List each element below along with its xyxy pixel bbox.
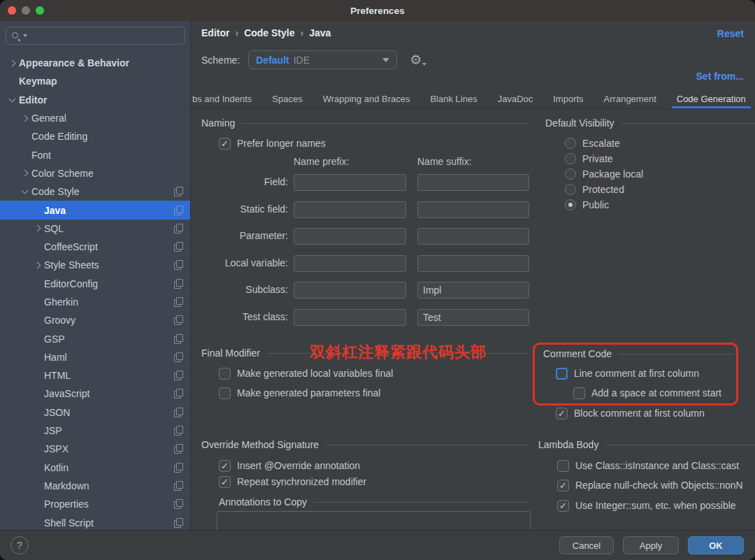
radio-escalate[interactable]: Escalate xyxy=(565,136,620,151)
scheme-dropdown[interactable]: Default IDE xyxy=(248,50,397,69)
checkbox-block-comment-first-column[interactable]: Block comment at first column xyxy=(556,405,705,421)
tab-imports[interactable]: Imports xyxy=(553,89,583,108)
ok-button[interactable]: OK xyxy=(688,536,744,554)
sidebar-item-gherkin[interactable]: Gherkin xyxy=(0,293,190,311)
checkbox-icon[interactable] xyxy=(219,368,231,380)
chevron-right-icon[interactable] xyxy=(31,259,44,271)
checkbox-icon[interactable] xyxy=(556,408,568,419)
sidebar-item-kotlin[interactable]: Kotlin xyxy=(0,459,190,477)
tab-spaces[interactable]: Spaces xyxy=(272,89,302,108)
checkbox-make-local-variables-final[interactable]: Make generated local variables final xyxy=(219,366,393,381)
sidebar-item-color-scheme[interactable]: Color Scheme xyxy=(0,164,190,182)
chevron-right-icon[interactable] xyxy=(31,223,44,234)
checkbox-use-class-isinstance[interactable]: Use Class::isInstance and Class::cast xyxy=(557,458,739,473)
static-field-prefix-input[interactable] xyxy=(294,201,406,218)
annotations-to-copy-list[interactable] xyxy=(217,511,531,530)
search-options-caret-icon[interactable] xyxy=(23,34,27,37)
radio-public[interactable]: Public xyxy=(565,197,609,213)
sidebar-item-editor[interactable]: Editor xyxy=(0,91,190,109)
test-class-suffix-input[interactable] xyxy=(417,309,529,326)
local-variable-suffix-input[interactable] xyxy=(417,255,529,272)
zoom-button[interactable] xyxy=(36,6,44,15)
apply-button[interactable]: Apply xyxy=(623,536,679,554)
radio-icon[interactable] xyxy=(565,199,576,210)
minimize-button[interactable] xyxy=(22,6,30,15)
sidebar-item-json[interactable]: JSON xyxy=(0,403,190,422)
radio-icon[interactable] xyxy=(565,138,576,149)
sidebar-item-keymap[interactable]: Keymap xyxy=(0,72,190,90)
checkbox-icon[interactable] xyxy=(219,387,231,399)
settings-search-box[interactable] xyxy=(6,27,185,45)
checkbox-icon[interactable] xyxy=(556,368,568,380)
help-button[interactable]: ? xyxy=(10,536,29,554)
tab-arrangement[interactable]: Arrangement xyxy=(604,89,656,108)
radio-icon[interactable] xyxy=(565,168,576,180)
sidebar-item-gsp[interactable]: GSP xyxy=(0,329,190,347)
chevron-down-icon[interactable] xyxy=(6,94,19,106)
sidebar-item-jspx[interactable]: JSPX xyxy=(0,440,190,458)
static-field-suffix-input[interactable] xyxy=(417,201,529,218)
checkbox-icon[interactable] xyxy=(557,480,569,491)
tab-tabs-and-indents[interactable]: bs and Indents xyxy=(192,89,252,108)
checkbox-icon[interactable] xyxy=(219,460,231,472)
breadcrumb-editor[interactable]: Editor xyxy=(201,27,229,38)
radio-package-local[interactable]: Package local xyxy=(565,166,643,182)
field-prefix-input[interactable] xyxy=(294,174,406,191)
sidebar-item-style-sheets[interactable]: Style Sheets xyxy=(0,256,190,274)
sidebar-item-code-style[interactable]: Code Style xyxy=(0,182,190,201)
field-suffix-input[interactable] xyxy=(417,174,529,191)
breadcrumb-code-style[interactable]: Code Style xyxy=(244,27,294,38)
sidebar-item-shell-script[interactable]: Shell Script xyxy=(0,513,190,530)
checkbox-add-space-comment-start[interactable]: Add a space at comment start xyxy=(573,385,721,401)
subclass-prefix-input[interactable] xyxy=(294,282,406,299)
checkbox-repeat-synchronized-modifier[interactable]: Repeat synchronized modifier xyxy=(219,474,366,489)
parameter-suffix-input[interactable] xyxy=(417,228,529,245)
close-button[interactable] xyxy=(8,6,16,15)
set-from-link[interactable]: Set from... xyxy=(696,71,744,82)
checkbox-icon[interactable] xyxy=(573,387,585,399)
checkbox-use-integer-sum[interactable]: Use Integer::sum, etc. when possible xyxy=(557,498,736,513)
sidebar-item-code-editing[interactable]: Code Editing xyxy=(0,127,190,145)
checkbox-line-comment-first-column[interactable]: Line comment at first column xyxy=(556,366,699,381)
scheme-actions-button[interactable]: ⚙ xyxy=(410,53,426,66)
search-input[interactable] xyxy=(29,30,180,42)
sidebar-item-editorconfig[interactable]: EditorConfig xyxy=(0,275,190,293)
test-class-prefix-input[interactable] xyxy=(294,309,406,326)
chevron-right-icon[interactable] xyxy=(6,57,19,69)
chevron-down-icon[interactable] xyxy=(18,186,31,197)
sidebar-item-jsp[interactable]: JSP xyxy=(0,422,190,440)
cancel-button[interactable]: Cancel xyxy=(559,536,614,554)
sidebar-item-coffeescript[interactable]: CoffeeScript xyxy=(0,238,190,256)
radio-protected[interactable]: Protected xyxy=(565,182,624,197)
checkbox-icon[interactable] xyxy=(557,460,569,472)
sidebar-item-font[interactable]: Font xyxy=(0,145,190,164)
tab-blank-lines[interactable]: Blank Lines xyxy=(430,89,477,108)
checkbox-icon[interactable] xyxy=(557,500,569,512)
tab-wrapping-and-braces[interactable]: Wrapping and Braces xyxy=(323,89,410,108)
chevron-right-icon[interactable] xyxy=(18,168,31,179)
checkbox-prefer-longer-names[interactable]: Prefer longer names xyxy=(219,136,326,151)
checkbox-insert-override-annotation[interactable]: Insert @Override annotation xyxy=(219,458,360,473)
sidebar-item-general[interactable]: General xyxy=(0,109,190,127)
chevron-right-icon[interactable] xyxy=(18,113,31,124)
checkbox-icon[interactable] xyxy=(219,476,231,488)
sidebar-item-appearance-behavior[interactable]: Appearance & Behavior xyxy=(0,54,190,72)
checkbox-make-parameters-final[interactable]: Make generated parameters final xyxy=(219,385,380,401)
tab-code-generation[interactable]: Code Generation xyxy=(677,89,746,108)
radio-private[interactable]: Private xyxy=(565,151,613,166)
sidebar-item-haml[interactable]: Haml xyxy=(0,348,190,366)
subclass-suffix-input[interactable] xyxy=(417,282,529,299)
tab-javadoc[interactable]: JavaDoc xyxy=(498,89,533,108)
sidebar-item-properties[interactable]: Properties xyxy=(0,495,190,513)
sidebar-item-groovy[interactable]: Groovy xyxy=(0,311,190,329)
checkbox-icon[interactable] xyxy=(219,138,231,150)
sidebar-item-java[interactable]: Java xyxy=(0,201,190,219)
local-variable-prefix-input[interactable] xyxy=(294,255,406,272)
radio-icon[interactable] xyxy=(565,184,576,195)
reset-link[interactable]: Reset xyxy=(717,28,744,39)
sidebar-item-javascript[interactable]: JavaScript xyxy=(0,385,190,403)
parameter-prefix-input[interactable] xyxy=(294,228,406,245)
sidebar-item-markdown[interactable]: Markdown xyxy=(0,477,190,495)
sidebar-item-sql[interactable]: SQL xyxy=(0,220,190,238)
sidebar-item-html[interactable]: HTML xyxy=(0,366,190,385)
